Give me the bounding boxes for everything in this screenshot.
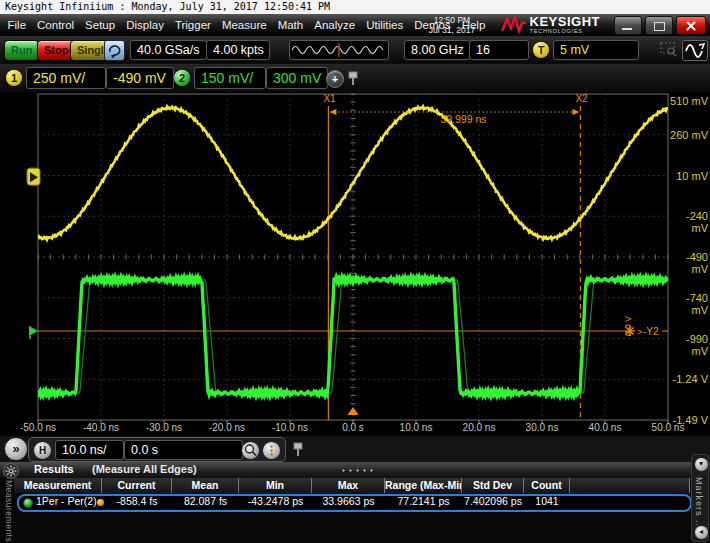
channel-toolbar: 1 250 mV/ -490 mV 2 150 mV/ 300 mV + bbox=[0, 64, 710, 92]
intensity-button[interactable] bbox=[262, 441, 281, 460]
title-bar: Keysight Infiniium : Monday, July 31, 20… bbox=[0, 0, 710, 14]
scroll-down-icon[interactable]: ◂ bbox=[694, 525, 709, 540]
measurement-std_dev: 7.402096 ps bbox=[462, 495, 524, 508]
x-tick-label: 40.0 ns bbox=[589, 422, 622, 433]
marker-y2-value: 0.0 V bbox=[623, 316, 633, 336]
trigger-preview[interactable] bbox=[289, 40, 389, 60]
results-left-tab[interactable]: Measurements bbox=[0, 478, 14, 543]
graticule[interactable]: X1X239.999 ns>-Y20.0 V bbox=[0, 92, 710, 436]
results-header: Results (Measure All Edges) bbox=[0, 462, 710, 478]
keysight-logo: KEYSIGHT TECHNOLOGIES bbox=[501, 15, 600, 35]
horizontal-badge[interactable]: H bbox=[33, 441, 52, 460]
menu-items: FileControlSetupDisplayTriggerMeasureMat… bbox=[2, 14, 491, 36]
markers-side-tab[interactable]: ▾ Markers ... ◂ bbox=[691, 454, 709, 542]
x-tick-label: 0.0 s bbox=[342, 422, 364, 433]
results-title: Results bbox=[34, 463, 74, 475]
maximize-button[interactable] bbox=[645, 16, 673, 35]
menu-utilities[interactable]: Utilities bbox=[361, 19, 409, 31]
marker-y2-label: -Y2 bbox=[643, 326, 659, 337]
y-tick-label: -240 mV bbox=[668, 210, 708, 234]
horizontal-toolbar: » H 10.0 ns/ 0.0 s bbox=[0, 436, 710, 462]
y-tick-label: 510 mV bbox=[668, 95, 708, 107]
results-panel: Results (Measure All Edges) Measurements… bbox=[0, 462, 710, 543]
menu-measure[interactable]: Measure bbox=[216, 19, 272, 31]
touch-cycle-icon[interactable] bbox=[104, 40, 125, 61]
trigger-level-field[interactable]: 5 mV bbox=[553, 40, 639, 60]
marker-x2-label: X2 bbox=[575, 93, 588, 104]
acquisition-count-field[interactable]: 16 bbox=[469, 40, 529, 60]
horizontal-group: H 10.0 ns/ 0.0 s bbox=[28, 437, 286, 462]
channel-2-offset-field[interactable]: 300 mV bbox=[266, 67, 328, 89]
column-header-std-dev[interactable]: Std Dev bbox=[462, 478, 524, 493]
timebase-position-field[interactable]: 0.0 s bbox=[124, 440, 243, 460]
measurement-count: 1041 bbox=[524, 495, 570, 508]
x-tick-label: -10.0 ns bbox=[272, 422, 308, 433]
channel-2-scale-field[interactable]: 150 mV/ bbox=[194, 67, 266, 89]
menu-trigger[interactable]: Trigger bbox=[169, 19, 216, 31]
memory-depth-field[interactable]: 4.00 kpts bbox=[206, 40, 270, 60]
waveform-tool-icon[interactable] bbox=[682, 40, 708, 61]
column-header-spacer bbox=[570, 478, 690, 493]
channel-2-badge[interactable]: 2 bbox=[174, 70, 190, 86]
x-tick-label: 50.0 ns bbox=[652, 422, 685, 433]
zoom-region-icon[interactable] bbox=[658, 40, 680, 59]
channel-1-badge[interactable]: 1 bbox=[6, 70, 22, 86]
add-channel-button[interactable]: + bbox=[326, 70, 344, 88]
measurement-mean: 82.087 fs bbox=[172, 495, 239, 508]
pin-icon[interactable] bbox=[347, 70, 359, 86]
y-tick-label: -740 mV bbox=[668, 292, 708, 316]
channel-2-ground-marker[interactable] bbox=[29, 326, 38, 339]
menu-control[interactable]: Control bbox=[32, 19, 80, 31]
zoom-button[interactable] bbox=[241, 441, 260, 460]
timebase-scale-field[interactable]: 10.0 ns/ bbox=[55, 440, 124, 460]
measurement-range: 77.2141 ps bbox=[385, 495, 462, 508]
clock: 12:50 PM Jul 31, 2017 bbox=[422, 15, 482, 35]
scroll-up-icon[interactable]: ▾ bbox=[694, 457, 709, 472]
bandwidth-field[interactable]: 8.00 GHz bbox=[404, 40, 470, 60]
x-tick-label: 20.0 ns bbox=[463, 422, 496, 433]
y-tick-label: -490 mV bbox=[668, 251, 708, 275]
menu-display[interactable]: Display bbox=[121, 19, 170, 31]
channel-1-scale-field[interactable]: 250 mV/ bbox=[26, 67, 106, 89]
menu-file[interactable]: File bbox=[2, 19, 32, 31]
x-tick-label: -30.0 ns bbox=[146, 422, 182, 433]
menu-math[interactable]: Math bbox=[272, 19, 309, 31]
measurement-name: 1Per - Per(2) bbox=[36, 495, 96, 508]
column-header-count[interactable]: Count bbox=[524, 478, 570, 493]
menu-analyze[interactable]: Analyze bbox=[309, 19, 361, 31]
y-tick-label: 10 mV bbox=[668, 170, 708, 182]
column-header-max[interactable]: Max bbox=[312, 478, 385, 493]
pin-icon[interactable] bbox=[292, 441, 304, 457]
channel-1-ground-marker[interactable] bbox=[27, 168, 40, 185]
sample-rate-field[interactable]: 40.0 GSa/s bbox=[130, 40, 207, 60]
clock-time: 12:50 PM bbox=[422, 15, 482, 25]
trigger-badge[interactable]: T bbox=[533, 42, 549, 58]
y-tick-label: -990 mV bbox=[668, 333, 708, 357]
acquisition-toolbar: Run Stop Single 40.0 GSa/s 4.00 kpts 8.0… bbox=[0, 36, 710, 64]
channel-1-offset-field[interactable]: -490 mV bbox=[106, 67, 174, 89]
menu-setup[interactable]: Setup bbox=[80, 19, 121, 31]
y-tick-label: -1.24 V bbox=[668, 373, 708, 385]
oscilloscope-app: Keysight Infiniium : Monday, July 31, 20… bbox=[0, 0, 710, 543]
column-header-measurement[interactable]: Measurement bbox=[14, 478, 102, 493]
trigger-waveform-icon bbox=[290, 41, 388, 59]
column-header-mean[interactable]: Mean bbox=[172, 478, 239, 493]
run-button[interactable]: Run bbox=[4, 40, 39, 61]
close-button[interactable] bbox=[676, 16, 706, 35]
x-tick-label: -40.0 ns bbox=[83, 422, 119, 433]
marker-x1-label: X1 bbox=[323, 93, 336, 104]
markers-tab-label: Markers ... bbox=[694, 477, 704, 531]
drag-handle-dots-icon[interactable] bbox=[340, 469, 374, 472]
svg-text:>: > bbox=[637, 327, 642, 337]
column-header-min[interactable]: Min bbox=[239, 478, 312, 493]
minimize-button[interactable] bbox=[614, 16, 642, 35]
column-header-current[interactable]: Current bbox=[102, 478, 172, 493]
measurement-enabled-icon[interactable] bbox=[23, 498, 33, 508]
gear-icon[interactable] bbox=[3, 463, 19, 479]
menu-bar: FileControlSetupDisplayTriggerMeasureMat… bbox=[0, 14, 710, 37]
expand-measurements-button[interactable]: » bbox=[4, 437, 28, 461]
window-controls bbox=[614, 16, 706, 35]
brand-name: KEYSIGHT bbox=[530, 16, 600, 28]
title-text: Keysight Infiniium : Monday, July 31, 20… bbox=[5, 1, 330, 12]
column-header-range-max-min-[interactable]: Range (Max-Min) bbox=[385, 478, 462, 493]
